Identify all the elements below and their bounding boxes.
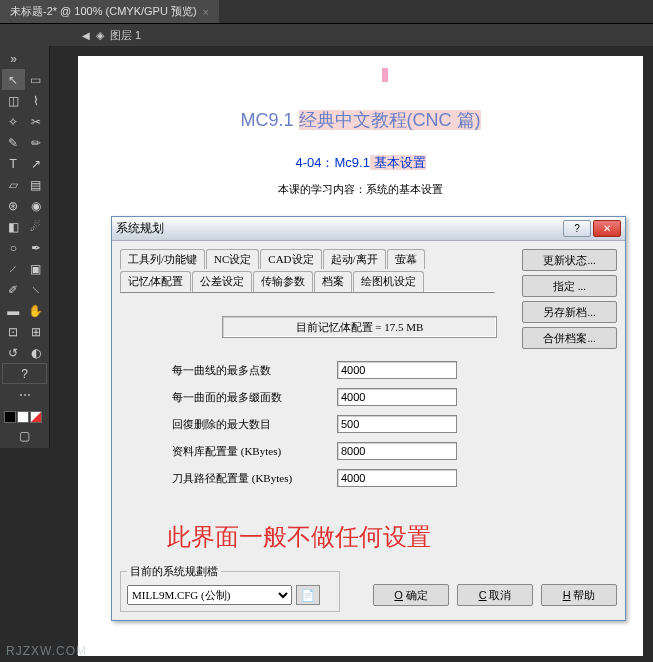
field-input[interactable] bbox=[337, 442, 457, 460]
swatch-none[interactable] bbox=[30, 411, 42, 423]
dialog-title: 系统规划 bbox=[116, 220, 164, 237]
slice-tool-icon[interactable]: ⊡ bbox=[2, 321, 25, 342]
marquee-tool-icon[interactable]: ◫ bbox=[2, 90, 25, 111]
eraser-tool-icon[interactable]: ◧ bbox=[2, 216, 25, 237]
bucket-tool-icon[interactable]: ▬ bbox=[2, 300, 25, 321]
side-action-button[interactable]: 另存新档... bbox=[522, 301, 617, 323]
dodge-tool-icon[interactable]: ○ bbox=[2, 237, 25, 258]
ruler-tool-icon[interactable]: ⟍ bbox=[25, 279, 48, 300]
field-input[interactable] bbox=[337, 388, 457, 406]
clone-tool-icon[interactable]: ⊛ bbox=[2, 195, 25, 216]
system-config-dialog: 系统规划 ? ✕ 工具列/功能键NC设定CAD设定起动/离开萤幕 记忆体配置公差… bbox=[111, 216, 626, 621]
wand-tool-icon[interactable]: ✧ bbox=[2, 111, 25, 132]
rotate-tool-icon[interactable]: ↺ bbox=[2, 342, 25, 363]
field-label: 每一曲线的最多点数 bbox=[172, 363, 337, 378]
dialog-tab[interactable]: 起动/离开 bbox=[323, 249, 386, 269]
view-tool-icon[interactable]: ◐ bbox=[25, 342, 48, 363]
field-label: 每一曲面的最多缀面数 bbox=[172, 390, 337, 405]
collapse-icon[interactable]: » bbox=[2, 48, 25, 69]
extra-tool-icon[interactable]: ⋯ bbox=[2, 384, 47, 405]
lasso-tool-icon[interactable]: ⌇ bbox=[25, 90, 48, 111]
field-label: 资料库配置量 (KBytes) bbox=[172, 444, 337, 459]
side-action-button[interactable]: 指定 ... bbox=[522, 275, 617, 297]
artboard-tool-icon[interactable]: ▭ bbox=[25, 69, 48, 90]
chevron-left-icon[interactable]: ◀ bbox=[82, 30, 90, 41]
memory-status-box: 目前记忆体配置 = 17.5 MB bbox=[222, 316, 497, 338]
dialog-tab[interactable]: CAD设定 bbox=[260, 249, 321, 269]
close-dialog-icon[interactable]: ✕ bbox=[593, 220, 621, 237]
dialog-titlebar[interactable]: 系统规划 ? ✕ bbox=[112, 217, 625, 241]
help-tool-icon[interactable]: ? bbox=[2, 363, 47, 384]
field-input[interactable] bbox=[337, 469, 457, 487]
edit-config-icon[interactable]: 📄 bbox=[296, 585, 320, 605]
dialog-tabs: 工具列/功能键NC设定CAD设定起动/离开萤幕 记忆体配置公差设定传输参数档案绘… bbox=[120, 249, 495, 292]
doc-title: MC9.1 经典中文教程(CNC 篇) bbox=[78, 108, 643, 132]
dialog-tab[interactable]: 档案 bbox=[314, 271, 352, 292]
annotation-note: 此界面一般不做任何设置 bbox=[167, 521, 431, 553]
memory-form: 每一曲线的最多点数每一曲面的最多缀面数回復删除的最大数目资料库配置量 (KByt… bbox=[172, 361, 457, 496]
eyedropper-tool-icon[interactable]: ✐ bbox=[2, 279, 25, 300]
path-tool-icon[interactable]: ↗ bbox=[25, 153, 48, 174]
document-tab[interactable]: 未标题-2* @ 100% (CMYK/GPU 预览) × bbox=[0, 0, 219, 23]
swatch-white[interactable] bbox=[17, 411, 29, 423]
document-canvas: MC9.1 经典中文教程(CNC 篇) 4-04：Mc9.1 基本设置 本课的学… bbox=[78, 56, 643, 656]
pen-tool-icon[interactable]: ✒ bbox=[25, 237, 48, 258]
dialog-tab[interactable]: 传输参数 bbox=[253, 271, 313, 292]
field-label: 刀具路径配置量 (KBytes) bbox=[172, 471, 337, 486]
blur-tool-icon[interactable]: ◉ bbox=[25, 195, 48, 216]
type-tool-icon[interactable]: T bbox=[2, 153, 25, 174]
layers-breadcrumb: ◀ ◈ 图层 1 bbox=[0, 24, 653, 46]
document-tab-title: 未标题-2* @ 100% (CMYK/GPU 预览) bbox=[10, 4, 197, 19]
dialog-tab[interactable]: 记忆体配置 bbox=[120, 271, 191, 292]
cursor-mark bbox=[382, 68, 388, 82]
dialog-tab[interactable]: 萤幕 bbox=[387, 249, 425, 269]
config-legend: 目前的系统规劃檔 bbox=[127, 564, 221, 579]
zoom-tool-icon[interactable]: ⊞ bbox=[25, 321, 48, 342]
doc-subtitle: 4-04：Mc9.1 基本设置 bbox=[78, 154, 643, 172]
field-label: 回復删除的最大数目 bbox=[172, 417, 337, 432]
swatch-black[interactable] bbox=[4, 411, 16, 423]
dialog-tab[interactable]: NC设定 bbox=[206, 249, 259, 269]
side-action-button[interactable]: 更新状态... bbox=[522, 249, 617, 271]
close-tab-icon[interactable]: × bbox=[203, 6, 209, 18]
notes-tool-icon[interactable]: ▣ bbox=[25, 258, 48, 279]
move-tool-icon[interactable]: ↖ bbox=[2, 69, 25, 90]
dialog-tab[interactable]: 工具列/功能键 bbox=[120, 249, 205, 269]
hand-tool-icon[interactable]: ✋ bbox=[25, 300, 48, 321]
smudge-tool-icon[interactable]: ☄ bbox=[25, 216, 48, 237]
shape-tool-icon[interactable]: ▱ bbox=[2, 174, 25, 195]
config-file-group: 目前的系统规劃檔 MILL9M.CFG (公制) 📄 bbox=[120, 564, 340, 612]
right-button-column: 更新状态...指定 ...另存新档...合併档案... bbox=[522, 249, 617, 349]
gradient-tool-icon[interactable]: ▤ bbox=[25, 174, 48, 195]
help-button-icon[interactable]: ? bbox=[563, 220, 591, 237]
screen-mode-icon[interactable]: ▢ bbox=[2, 425, 47, 446]
pencil-tool-icon[interactable]: ✏ bbox=[25, 132, 48, 153]
field-input[interactable] bbox=[337, 361, 457, 379]
brush-tool-icon[interactable]: ✎ bbox=[2, 132, 25, 153]
help-button[interactable]: H 帮助 bbox=[541, 584, 617, 606]
ok-button[interactable]: O 确定 bbox=[373, 584, 449, 606]
tools-panel: » ↖▭ ◫⌇ ✧✂ ✎✏ T↗ ▱▤ ⊛◉ ◧☄ ○✒ ⟋▣ ✐⟍ ▬✋ ⊡⊞… bbox=[0, 46, 50, 448]
color-swatches bbox=[2, 409, 47, 425]
dialog-tab[interactable]: 公差设定 bbox=[192, 271, 252, 292]
crop-tool-icon[interactable]: ✂ bbox=[25, 111, 48, 132]
layers-stack-icon: ◈ bbox=[96, 29, 104, 42]
config-file-select[interactable]: MILL9M.CFG (公制) bbox=[127, 585, 292, 605]
doc-line: 本课的学习内容：系统的基本设置 bbox=[78, 182, 643, 197]
document-tabbar: 未标题-2* @ 100% (CMYK/GPU 预览) × bbox=[0, 0, 653, 24]
measure-tool-icon[interactable]: ⟋ bbox=[2, 258, 25, 279]
cancel-button[interactable]: C 取消 bbox=[457, 584, 533, 606]
layers-label: 图层 1 bbox=[110, 28, 141, 43]
watermark: RJZXW.COM bbox=[6, 644, 87, 658]
dialog-tab[interactable]: 绘图机设定 bbox=[353, 271, 424, 292]
side-action-button[interactable]: 合併档案... bbox=[522, 327, 617, 349]
field-input[interactable] bbox=[337, 415, 457, 433]
